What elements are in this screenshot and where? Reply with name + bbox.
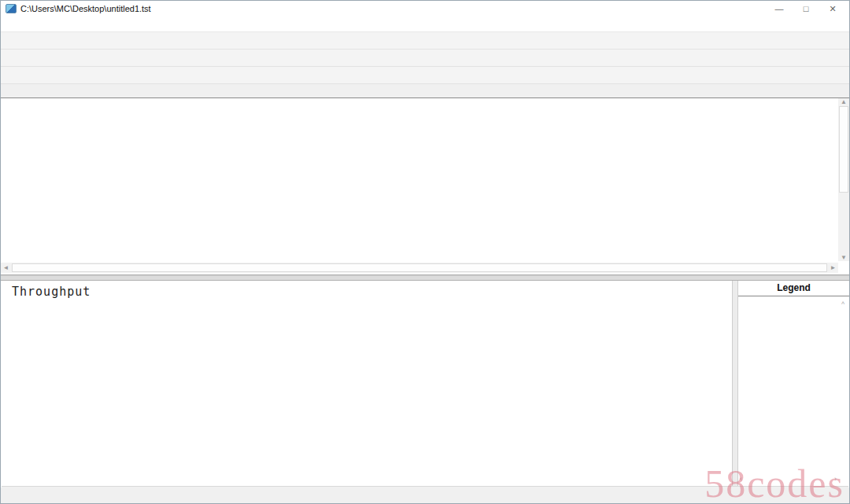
table-horizontal-scrollbar[interactable]: ◄ ► (1, 263, 838, 273)
results-table-pane: ◄ ► ▲ ▼ (1, 98, 849, 275)
legend-scroll-right-icon[interactable]: › (834, 475, 837, 484)
minimize-button[interactable]: — (766, 2, 793, 16)
scroll-left-icon[interactable]: ◄ (1, 264, 11, 271)
vscroll-thumb[interactable] (839, 106, 848, 193)
chart-title: Throughput (12, 285, 91, 299)
legend-pane: Legend ˄ ‹ › (738, 281, 849, 487)
legend-horizontal-scrollbar[interactable]: ‹ › (740, 475, 837, 484)
toolbar-main (1, 32, 849, 50)
window-title: C:\Users\MC\Desktop\untitled1.tst (20, 4, 151, 13)
throughput-chart-pane: Throughput (1, 281, 732, 487)
toolbar-pairs (1, 50, 849, 67)
scroll-right-icon[interactable]: ► (828, 264, 838, 271)
legend-vertical-scrollbar[interactable]: ˄ (838, 300, 848, 473)
legend-title: Legend (738, 281, 849, 296)
legend-scroll-left-icon[interactable]: ‹ (740, 475, 742, 484)
status-bar (2, 486, 848, 502)
table-vertical-scrollbar[interactable]: ▲ ▼ (838, 98, 849, 261)
ixchariot-window: C:\Users\MC\Desktop\untitled1.tst — □ ✕ … (0, 0, 850, 504)
hscroll-thumb[interactable] (12, 263, 827, 272)
toolbar-views (1, 67, 849, 84)
scroll-down-icon[interactable]: ▼ (839, 254, 849, 261)
menu-bar (1, 17, 849, 32)
throughput-chart (1, 281, 732, 487)
title-bar: C:\Users\MC\Desktop\untitled1.tst — □ ✕ (1, 1, 849, 17)
close-button[interactable]: ✕ (819, 2, 846, 16)
scroll-up-icon[interactable]: ▲ (839, 98, 849, 105)
maximize-button[interactable]: □ (793, 2, 819, 16)
tab-bar (1, 84, 849, 98)
pane-splitter-horizontal[interactable] (1, 275, 849, 281)
legend-list (738, 296, 849, 300)
pane-splitter-vertical[interactable] (732, 281, 738, 487)
app-icon (6, 4, 17, 13)
